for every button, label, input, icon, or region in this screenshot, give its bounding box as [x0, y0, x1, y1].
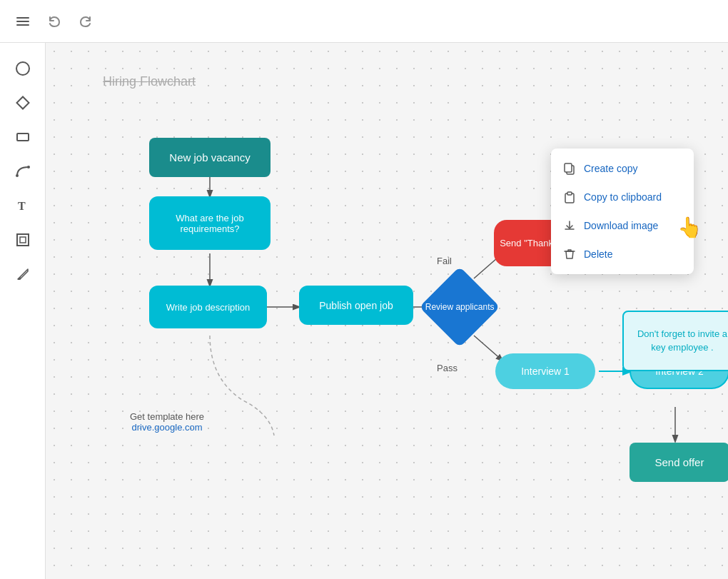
svg-rect-4	[16, 97, 29, 109]
svg-rect-9	[17, 234, 29, 246]
frame-tool[interactable]	[9, 226, 37, 254]
text-tool[interactable]: T	[9, 191, 37, 220]
svg-rect-10	[20, 237, 26, 243]
circle-tool[interactable]	[9, 54, 37, 83]
publish-node[interactable]: Publish open job	[299, 286, 413, 325]
svg-rect-20	[565, 163, 572, 172]
svg-rect-5	[17, 134, 29, 141]
trash-icon	[562, 247, 577, 261]
template-link[interactable]: drive.google.com	[130, 422, 204, 433]
copy-to-clipboard-item[interactable]: Copy to clipboard	[551, 183, 694, 211]
copy-icon	[562, 161, 577, 176]
svg-point-7	[27, 166, 30, 168]
pass-label: Pass	[437, 363, 457, 373]
redo-button[interactable]	[74, 10, 97, 33]
svg-point-3	[16, 62, 29, 75]
context-menu: Create copy Copy to clipboard Download i…	[551, 148, 694, 274]
connector-tool[interactable]	[9, 157, 37, 186]
template-text: Get template here drive.google.com	[130, 411, 204, 433]
undo-button[interactable]	[43, 10, 66, 33]
download-icon	[562, 218, 577, 233]
svg-rect-22	[567, 192, 572, 195]
requirements-node[interactable]: What are the job requirements?	[149, 196, 271, 250]
review-node[interactable]: Review applicants	[419, 266, 500, 347]
svg-text:T: T	[18, 200, 26, 212]
menu-button[interactable]	[11, 10, 34, 33]
send-offer-node[interactable]: Send offer	[630, 443, 728, 482]
interview1-node[interactable]: Interview 1	[495, 353, 595, 389]
diamond-tool[interactable]	[9, 89, 37, 117]
fail-label: Fail	[437, 256, 452, 266]
rectangle-tool[interactable]	[9, 123, 37, 151]
svg-point-6	[16, 174, 19, 177]
left-sidebar: T	[0, 43, 46, 579]
new-job-node[interactable]: New job vacancy	[149, 138, 271, 177]
svg-line-16	[474, 336, 502, 361]
canvas[interactable]: Hiring Flowchart Fail	[46, 43, 728, 579]
delete-item[interactable]: Delete	[551, 240, 694, 268]
create-copy-item[interactable]: Create copy	[551, 154, 694, 183]
chart-title: Hiring Flowchart	[103, 74, 196, 89]
download-image-item[interactable]: Download image	[551, 211, 694, 240]
clipboard-icon	[562, 190, 577, 204]
write-desc-node[interactable]: Write job description	[149, 286, 267, 328]
dont-forget-node[interactable]: Don't forget to invite a key employee .	[622, 311, 728, 371]
pen-tool[interactable]	[9, 260, 37, 288]
toolbar	[0, 0, 728, 43]
